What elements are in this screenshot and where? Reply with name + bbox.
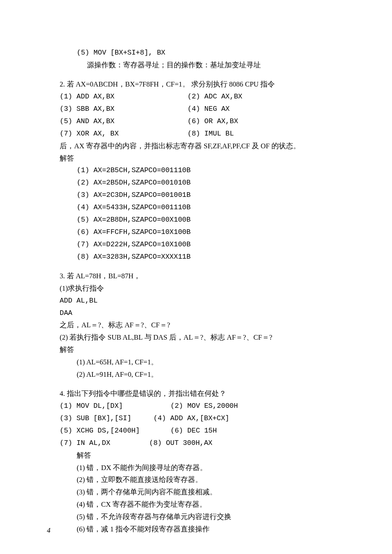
sec3-line3: ADD AL,BL (60, 295, 345, 307)
sec2-answer-label: 解答 (60, 153, 345, 165)
sec1-item5-desc: 源操作数：寄存器寻址；目的操作数：基址加变址寻址 (60, 59, 345, 72)
sec2-item5: (5) AND AX,BX (60, 115, 187, 128)
sec4-answer2: (2) 错，立即数不能直接送给段寄存器。 (60, 474, 345, 486)
sec2-answer8: (8) AX=3283H,SZAPCO=XXXX11B (60, 251, 345, 263)
sec2-answer2: (2) AX=2B5DH,SZAPCO=001010B (60, 177, 345, 189)
sec4-item8: (8) OUT 300H,AX (149, 437, 213, 450)
sec2-row3: (5) AND AX,BX (6) OR AX,BX (60, 115, 345, 128)
sec3-answer1: (1) AL=65H, AF=1, CF=1。 (60, 356, 345, 369)
sec4-item5: (5) XCHG DS,[2400H] (60, 425, 170, 437)
sec3-line4: DAA (60, 307, 345, 320)
sec2-title: 2. 若 AX=0ABCDH，BX=7F8FH，CF=1。 求分别执行 8086… (60, 78, 345, 91)
sec4-answer3: (3) 错，两个存储单元间内容不能直接相减。 (60, 486, 345, 499)
sec4-row1: (1) MOV DL,[DX] (2) MOV ES,2000H (60, 400, 345, 413)
sec3-line6: (2) 若执行指令 SUB AL,BL 与 DAS 后，AL＝?、标志 AF＝?… (60, 332, 345, 344)
sec3-title: 3. 若 AL=78H，BL=87H， (60, 270, 345, 283)
sec3-line2: (1)求执行指令 (60, 283, 345, 295)
sec2-answer4: (4) AX=5433H,SZAPCO=001110B (60, 202, 345, 214)
sec4-answer6: (6) 错，减 1 指令不能对段寄存器直接操作 (60, 523, 345, 536)
sec4-row3: (5) XCHG DS,[2400H] (6) DEC 15H (60, 425, 345, 437)
sec2-answer3: (3) AX=2C3DH,SZAPCO=001001B (60, 189, 345, 202)
sec2-answer5: (5) AX=2B8DH,SZAPCO=00X100B (60, 214, 345, 226)
sec2-item6: (6) OR AX,BX (187, 115, 238, 128)
sec2-answer6: (6) AX=FFCFH,SZAPCO=10X100B (60, 226, 345, 239)
sec2-item7: (7) XOR AX, BX (60, 128, 187, 140)
sec4-answer1: (1) 错，DX 不能作为间接寻址的寄存器。 (60, 462, 345, 474)
sec3-line5: 之后，AL＝?、标志 AF＝?、CF＝? (60, 319, 345, 332)
sec2-answer1: (1) AX=2B5CH,SZAPCO=001110B (60, 164, 345, 177)
sec4-item1: (1) MOV DL,[DX] (60, 400, 170, 413)
sec4-answer-label: 解答 (60, 450, 345, 462)
sec4-item6: (6) DEC 15H (170, 425, 217, 437)
sec3-answer2: (2) AL=91H, AF=0, CF=1。 (60, 369, 345, 381)
sec4-row4: (7) IN AL,DX (8) OUT 300H,AX (60, 437, 345, 450)
sec4-title: 4. 指出下列指令中哪些是错误的，并指出错在何处？ (60, 388, 345, 400)
sec4-item7: (7) IN AL,DX (60, 437, 149, 450)
sec4-row2: (3) SUB [BX],[SI] (4) ADD AX,[BX+CX] (60, 413, 345, 425)
page-number: 4 (47, 524, 51, 537)
sec2-row1: (1) ADD AX,BX (2) ADC AX,BX (60, 91, 345, 103)
sec4-item3: (3) SUB [BX],[SI] (60, 413, 153, 425)
sec2-item4: (4) NEG AX (187, 103, 230, 115)
document-page: (5) MOV [BX+SI+8], BX 源操作数：寄存器寻址；目的操作数：基… (0, 0, 392, 554)
sec3-answer-label: 解答 (60, 344, 345, 356)
sec2-item2: (2) ADC AX,BX (187, 91, 242, 103)
sec4-item4: (4) ADD AX,[BX+CX] (153, 413, 229, 425)
sec1-item5-code: (5) MOV [BX+SI+8], BX (60, 47, 345, 59)
sec2-answer7: (7) AX=D222H,SZAPCO=10X100B (60, 239, 345, 251)
sec4-answer4: (4) 错，CX 寄存器不能作为变址寄存器。 (60, 499, 345, 511)
sec2-item1: (1) ADD AX,BX (60, 91, 187, 103)
sec2-row2: (3) SBB AX,BX (4) NEG AX (60, 103, 345, 115)
sec4-item2: (2) MOV ES,2000H (170, 400, 238, 413)
sec2-after: 后，AX 寄存器中的内容，并指出标志寄存器 SF,ZF,AF,PF,CF 及 O… (60, 140, 345, 153)
sec4-answer5: (5) 错，不允许段寄存器与存储单元内容进行交换 (60, 511, 345, 523)
sec2-row4: (7) XOR AX, BX (8) IMUL BL (60, 128, 345, 140)
sec2-item3: (3) SBB AX,BX (60, 103, 187, 115)
sec2-item8: (8) IMUL BL (187, 128, 234, 140)
